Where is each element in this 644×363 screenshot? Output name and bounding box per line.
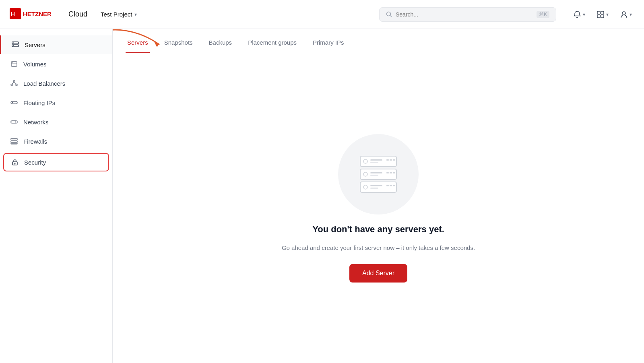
svg-rect-48: [360, 182, 396, 192]
volumes-icon: [10, 60, 19, 68]
search-icon: [386, 11, 392, 18]
networks-icon: [10, 118, 19, 126]
svg-rect-14: [11, 62, 17, 66]
svg-rect-37: [370, 162, 378, 163]
main-layout: Servers Volumes: [0, 29, 644, 363]
svg-rect-22: [11, 101, 17, 104]
search-input[interactable]: [396, 11, 533, 18]
svg-rect-38: [386, 159, 389, 161]
apps-chevron-icon: ▾: [606, 12, 609, 17]
tab-servers[interactable]: Servers: [126, 39, 150, 53]
project-selector[interactable]: Test Project ▾: [95, 8, 142, 21]
svg-rect-5: [597, 11, 600, 14]
servers-icon: [11, 40, 20, 49]
user-menu-button[interactable]: ▾: [617, 8, 634, 21]
apps-grid-button[interactable]: ▾: [594, 8, 611, 21]
project-name: Test Project: [101, 11, 132, 18]
tab-primary-ips[interactable]: Primary IPs: [311, 39, 346, 53]
svg-rect-29: [11, 143, 17, 144]
svg-rect-39: [390, 159, 392, 161]
svg-text:HETZNER: HETZNER: [23, 10, 52, 17]
cloud-label: Cloud: [68, 10, 87, 19]
svg-rect-8: [601, 15, 604, 18]
sidebar-item-servers[interactable]: Servers: [0, 35, 112, 54]
svg-line-4: [390, 15, 392, 17]
svg-point-19: [16, 84, 17, 86]
notifications-chevron-icon: ▾: [583, 12, 585, 17]
svg-point-23: [12, 102, 13, 103]
svg-point-13: [13, 45, 14, 46]
svg-rect-51: [370, 188, 378, 189]
firewalls-icon: [10, 137, 19, 146]
sidebar-item-load-balancers[interactable]: Load Balancers: [0, 74, 112, 93]
tab-snapshots[interactable]: Snapshots: [163, 39, 194, 53]
sidebar-item-label-security: Security: [24, 159, 46, 166]
svg-rect-44: [370, 175, 378, 176]
sidebar-item-security[interactable]: Security: [3, 153, 109, 171]
sidebar-item-volumes[interactable]: Volumes: [0, 55, 112, 73]
add-server-button[interactable]: Add Server: [349, 264, 407, 283]
svg-rect-53: [390, 185, 392, 186]
svg-rect-6: [601, 11, 604, 14]
sidebar: Servers Volumes: [0, 29, 113, 363]
top-navigation: H HETZNER Cloud Test Project ▾ ⌘K ▾: [0, 0, 644, 29]
user-chevron-icon: ▾: [630, 12, 632, 17]
empty-state-description: Go ahead and create your first server no…: [282, 244, 475, 251]
user-icon: [620, 10, 628, 19]
svg-rect-7: [597, 15, 600, 18]
svg-point-9: [622, 12, 625, 15]
svg-rect-34: [360, 156, 396, 167]
server-stacked-icon: [354, 152, 402, 196]
svg-line-20: [12, 82, 14, 84]
empty-illustration: [338, 134, 419, 214]
sidebar-item-label-networks: Networks: [23, 119, 49, 126]
svg-rect-41: [360, 169, 396, 179]
search-shortcut: ⌘K: [537, 11, 549, 18]
logo-area: H HETZNER Cloud: [10, 8, 87, 21]
notifications-button[interactable]: ▾: [571, 8, 588, 21]
svg-point-25: [15, 122, 17, 123]
bell-icon: [573, 10, 581, 19]
svg-rect-47: [393, 172, 395, 173]
svg-rect-54: [393, 185, 395, 186]
tab-placement-groups[interactable]: Placement groups: [246, 39, 298, 53]
svg-rect-11: [12, 45, 19, 47]
empty-state-title: You don't have any servers yet.: [312, 224, 444, 235]
empty-state: You don't have any servers yet. Go ahead…: [113, 53, 644, 363]
sidebar-item-networks[interactable]: Networks: [0, 113, 112, 131]
svg-rect-36: [370, 159, 382, 161]
sidebar-item-label-servers: Servers: [25, 41, 45, 48]
svg-rect-10: [12, 42, 19, 44]
floating-ips-icon: [10, 98, 19, 107]
svg-point-18: [11, 84, 12, 86]
hetzner-logo[interactable]: H HETZNER: [10, 8, 62, 21]
svg-rect-28: [11, 141, 17, 142]
nav-right: ▾ ▾ ▾: [571, 8, 634, 21]
security-icon: [10, 158, 19, 167]
svg-point-31: [14, 163, 16, 164]
sidebar-item-floating-ips[interactable]: Floating IPs: [0, 93, 112, 112]
load-balancers-icon: [10, 79, 19, 88]
sidebar-item-label-floating-ips: Floating IPs: [23, 99, 55, 106]
sidebar-item-label-load-balancers: Load Balancers: [23, 80, 65, 87]
sidebar-item-firewalls[interactable]: Firewalls: [0, 132, 112, 151]
search-bar[interactable]: ⌘K: [379, 7, 556, 22]
svg-point-16: [12, 62, 13, 63]
tab-backups[interactable]: Backups: [207, 39, 234, 53]
sidebar-item-label-firewalls: Firewalls: [23, 138, 47, 145]
svg-point-12: [13, 43, 14, 43]
chevron-down-icon: ▾: [134, 12, 137, 17]
grid-icon: [597, 10, 605, 19]
tabs-bar: Servers Snapshots Backups Placement grou…: [113, 29, 644, 53]
svg-point-17: [13, 80, 15, 82]
sidebar-item-label-volumes: Volumes: [23, 61, 47, 68]
svg-rect-50: [370, 185, 382, 186]
svg-rect-43: [370, 172, 382, 173]
svg-line-21: [14, 82, 17, 84]
svg-rect-40: [393, 159, 395, 161]
svg-rect-46: [390, 172, 392, 173]
svg-text:H: H: [11, 11, 15, 17]
svg-rect-52: [386, 185, 389, 186]
svg-rect-27: [11, 138, 17, 140]
svg-rect-45: [386, 172, 389, 173]
